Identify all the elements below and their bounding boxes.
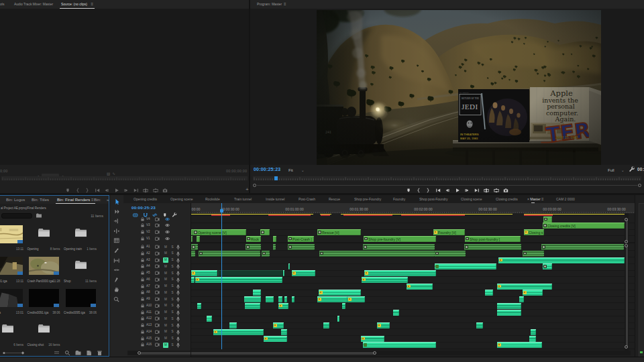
- new-bin-button[interactable]: [75, 350, 81, 356]
- timeline-playhead[interactable]: [221, 203, 222, 349]
- timeline-ruler[interactable]: 00:0000:00:30:0000:01:00:0000:01:30:0000…: [191, 203, 635, 213]
- clip-a13[interactable]: [476, 322, 483, 328]
- list-view-button[interactable]: [54, 350, 60, 356]
- sync-lock-icon-part[interactable]: [155, 264, 160, 269]
- sync-lock-icon-part-part[interactable]: [155, 291, 158, 294]
- program-resolution-select[interactable]: Full⌄: [608, 168, 625, 172]
- voiceover-record-mic-icon[interactable]: [176, 271, 180, 276]
- sync-lock-icon-part[interactable]: [155, 245, 160, 249]
- mute-button[interactable]: M: [163, 343, 168, 348]
- voiceover-record-mic-icon-part[interactable]: [176, 323, 180, 328]
- sync-lock-icon-part[interactable]: [155, 330, 160, 335]
- clip-a13[interactable]: [377, 322, 390, 328]
- lock-icon[interactable]: [141, 343, 144, 347]
- project-zoom-slider[interactable]: [2, 351, 26, 355]
- voiceover-record-mic-icon-part[interactable]: [176, 297, 180, 302]
- voiceover-record-mic-icon[interactable]: [176, 316, 180, 322]
- lock-icon-part-part[interactable]: [141, 305, 144, 307]
- clip-a1[interactable]: [246, 244, 261, 250]
- lock-icon[interactable]: [141, 310, 144, 314]
- solo-button[interactable]: S: [170, 284, 175, 289]
- lock-icon[interactable]: [141, 290, 144, 294]
- timeline-tab-train-tunnel[interactable]: Train tunnel: [234, 195, 252, 203]
- sync-lock-icon[interactable]: [155, 223, 160, 228]
- voiceover-record-mic-icon-part-part[interactable]: [177, 343, 178, 346]
- clip-a9[interactable]: [347, 296, 365, 302]
- clip-a3[interactable]: [498, 257, 625, 263]
- go-to-in-button[interactable]: [95, 188, 100, 193]
- lock-icon-part-part[interactable]: [141, 259, 144, 261]
- sync-lock-icon-part-part[interactable]: [155, 311, 158, 314]
- lock-icon-part[interactable]: [141, 304, 144, 308]
- lock-icon-part[interactable]: [141, 251, 144, 255]
- scrollbar-handle[interactable]: [138, 351, 141, 355]
- tab-audio-track-mixer-master[interactable]: Audio Track Mixer: Master: [14, 0, 53, 9]
- sync-lock-icon-part-part[interactable]: [155, 317, 158, 320]
- toggle-track-output-eye-icon[interactable]: [165, 217, 170, 221]
- solo-button[interactable]: S: [170, 257, 175, 263]
- zoombar-left-handle[interactable]: [253, 184, 256, 187]
- clip-a9[interactable]: [292, 296, 294, 302]
- clip-a5[interactable]: [283, 270, 284, 276]
- lock-icon-part-part[interactable]: [142, 217, 144, 219]
- sync-lock-icon[interactable]: [155, 343, 160, 347]
- lock-icon[interactable]: [141, 284, 144, 288]
- lock-icon-part-part[interactable]: [142, 278, 144, 279]
- lock-icon-part-part[interactable]: [142, 330, 144, 331]
- clip-v1[interactable]: [273, 236, 276, 242]
- project-item-Credits0095.tga[interactable]: Credits0095.tga38:06: [62, 286, 99, 318]
- clip-v1[interactable]: Post-Crash [: [288, 236, 314, 242]
- sync-lock-icon-part-part[interactable]: [155, 272, 158, 274]
- lock-icon[interactable]: [141, 251, 144, 255]
- voiceover-record-mic-icon-part-part[interactable]: [177, 324, 178, 326]
- program-scrubber-part[interactable]: [253, 176, 641, 180]
- project-panel-menu-icon[interactable]: ≡: [90, 198, 93, 202]
- lock-icon-part-part[interactable]: [141, 345, 144, 347]
- clip-a1[interactable]: [191, 244, 198, 250]
- clip-a5[interactable]: [364, 270, 436, 276]
- sync-lock-icon-part-part[interactable]: [155, 259, 158, 261]
- sync-lock-icon[interactable]: [155, 284, 160, 289]
- lock-icon[interactable]: [141, 271, 144, 275]
- lock-icon-part-part[interactable]: [141, 273, 144, 275]
- clip-v2[interactable]: Foundry [V]: [433, 229, 465, 235]
- play-button[interactable]: [114, 188, 119, 193]
- voiceover-record-mic-icon[interactable]: [176, 323, 180, 328]
- toggle-track-output-eye-icon-part[interactable]: [165, 217, 170, 221]
- add-marker-button[interactable]: [406, 188, 411, 193]
- clip-a4[interactable]: [543, 263, 552, 269]
- clip-a2[interactable]: [199, 251, 260, 257]
- voiceover-record-mic-icon-part-part[interactable]: [177, 317, 178, 320]
- lock-icon-part[interactable]: [141, 337, 144, 341]
- lock-icon-part[interactable]: [141, 343, 144, 347]
- mute-button[interactable]: M: [163, 310, 168, 315]
- clip-a2[interactable]: [191, 251, 195, 257]
- extract-button[interactable]: [494, 188, 499, 193]
- clip-v2[interactable]: Rescue [V]: [317, 229, 361, 235]
- tab-bin-[interactable]: Bin:: [94, 196, 101, 204]
- sync-lock-icon-part-part[interactable]: [155, 252, 158, 255]
- lock-icon-part-part[interactable]: [141, 238, 144, 240]
- clip-a8[interactable]: [319, 290, 361, 296]
- solo-button[interactable]: S: [170, 343, 175, 348]
- solo-button[interactable]: S: [170, 303, 175, 308]
- sync-lock-icon-part-part[interactable]: [155, 278, 158, 281]
- timeline-tab-shop-post-foundry[interactable]: Shop post-Foundry: [419, 195, 448, 203]
- sync-lock-icon[interactable]: [155, 304, 160, 308]
- voiceover-record-mic-icon-part-part[interactable]: [177, 258, 178, 261]
- voiceover-record-mic-icon[interactable]: [176, 264, 180, 269]
- voiceover-record-mic-icon-part[interactable]: [176, 264, 180, 269]
- lock-icon-part-part[interactable]: [142, 272, 144, 273]
- lock-icon-part-part[interactable]: [142, 231, 144, 232]
- clip-a16[interactable]: [497, 342, 542, 348]
- mute-button[interactable]: M: [163, 251, 168, 256]
- sync-lock-icon-part[interactable]: [155, 337, 160, 341]
- clip-a15[interactable]: [361, 336, 384, 342]
- timeline-tab-foundry[interactable]: Foundry: [393, 195, 405, 203]
- clip-a1[interactable]: [541, 244, 624, 250]
- toggle-track-output-eye-icon-part[interactable]: [165, 223, 170, 227]
- voiceover-record-mic-icon-part[interactable]: [176, 258, 180, 263]
- program-settings-wrench-icon-part-part-part[interactable]: [630, 169, 633, 172]
- project-tab-overflow-icon[interactable]: »: [107, 196, 109, 204]
- timeline-tab-post-crash[interactable]: Post-Crash: [299, 195, 315, 203]
